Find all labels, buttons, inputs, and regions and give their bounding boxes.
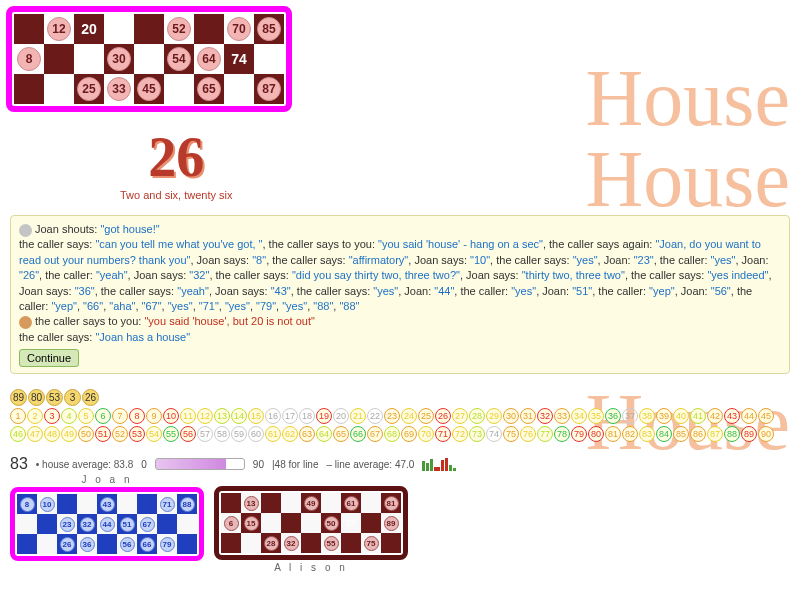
joan-card[interactable]: 81043718823324451672636566679 <box>17 494 197 554</box>
board-num-49: 49 <box>61 426 77 442</box>
board-num-12: 12 <box>197 408 213 424</box>
board-num-48: 48 <box>44 426 60 442</box>
board-num-40: 40 <box>673 408 689 424</box>
card-cell[interactable]: 33 <box>104 74 134 104</box>
card-cell[interactable]: 87 <box>254 74 284 104</box>
board-num-63: 63 <box>299 426 315 442</box>
current-call-text: Two and six, twenty six <box>120 189 233 201</box>
board-num-17: 17 <box>282 408 298 424</box>
card-cell[interactable]: 70 <box>224 14 254 44</box>
board-num-29: 29 <box>486 408 502 424</box>
card-cell[interactable] <box>224 74 254 104</box>
board-num-73: 73 <box>469 426 485 442</box>
board-num-32: 32 <box>537 408 553 424</box>
board-num-66: 66 <box>350 426 366 442</box>
card-cell[interactable]: 25 <box>74 74 104 104</box>
board-num-86: 86 <box>690 426 706 442</box>
board-num-60: 60 <box>248 426 264 442</box>
board-num-39: 39 <box>656 408 672 424</box>
card-cell[interactable]: 54 <box>164 44 194 74</box>
stats-bar: 83 • house average: 83.8 0 90 |48 for li… <box>10 455 456 473</box>
player-name-alison: A l i s o n <box>214 562 408 573</box>
card-cell[interactable] <box>164 74 194 104</box>
sparkline-icon <box>422 457 456 471</box>
board-num-31: 31 <box>520 408 536 424</box>
board-num-28: 28 <box>469 408 485 424</box>
board-num-35: 35 <box>588 408 604 424</box>
player-card-main[interactable]: 12205270858305464742533456587 <box>6 6 292 112</box>
card-cell[interactable]: 12 <box>44 14 74 44</box>
card-cell[interactable]: 74 <box>224 44 254 74</box>
card-cell[interactable] <box>44 44 74 74</box>
progress-bar <box>155 458 245 470</box>
board-num-72: 72 <box>452 426 468 442</box>
board-num-30: 30 <box>503 408 519 424</box>
board-num-56: 56 <box>180 426 196 442</box>
board-num-76: 76 <box>520 426 536 442</box>
board-num-27: 27 <box>452 408 468 424</box>
board-num-84: 84 <box>656 426 672 442</box>
board-num-53: 53 <box>129 426 145 442</box>
continue-button[interactable]: Continue <box>19 349 79 367</box>
board-num-64: 64 <box>316 426 332 442</box>
opponent-cards: J o a n 81043718823324451672636566679 13… <box>10 472 408 575</box>
board-num-19: 19 <box>316 408 332 424</box>
board-num-88: 88 <box>724 426 740 442</box>
card-cell[interactable]: 8 <box>14 44 44 74</box>
card-cell[interactable] <box>14 74 44 104</box>
board-num-26: 26 <box>435 408 451 424</box>
board-num-18: 18 <box>299 408 315 424</box>
card-cell[interactable]: 65 <box>194 74 224 104</box>
board-num-62: 62 <box>282 426 298 442</box>
board-num-3: 3 <box>44 408 60 424</box>
board-num-34: 34 <box>571 408 587 424</box>
card-cell[interactable] <box>134 14 164 44</box>
board-num-79: 79 <box>571 426 587 442</box>
board-num-43: 43 <box>724 408 740 424</box>
card-cell[interactable]: 45 <box>134 74 164 104</box>
board-num-11: 11 <box>180 408 196 424</box>
card-cell[interactable]: 52 <box>164 14 194 44</box>
card-cell[interactable] <box>104 14 134 44</box>
board-num-65: 65 <box>333 426 349 442</box>
board-num-2: 2 <box>27 408 43 424</box>
card-cell[interactable] <box>44 74 74 104</box>
board-num-81: 81 <box>605 426 621 442</box>
board-num-83: 83 <box>639 426 655 442</box>
board-num-10: 10 <box>163 408 179 424</box>
board-num-58: 58 <box>214 426 230 442</box>
card-cell[interactable]: 85 <box>254 14 284 44</box>
board-num-8: 8 <box>129 408 145 424</box>
card-cell[interactable] <box>14 14 44 44</box>
board-num-57: 57 <box>197 426 213 442</box>
board-num-61: 61 <box>265 426 281 442</box>
board-num-20: 20 <box>333 408 349 424</box>
board-num-68: 68 <box>384 426 400 442</box>
board-num-22: 22 <box>367 408 383 424</box>
board-num-82: 82 <box>622 426 638 442</box>
board-num-45: 45 <box>758 408 774 424</box>
board-num-6: 6 <box>95 408 111 424</box>
card-cell[interactable] <box>254 44 284 74</box>
number-board: 1234567891011121314151617181920212223242… <box>10 407 790 443</box>
board-num-69: 69 <box>401 426 417 442</box>
board-num-38: 38 <box>639 408 655 424</box>
card-cell[interactable]: 20 <box>74 14 104 44</box>
board-num-85: 85 <box>673 426 689 442</box>
board-num-46: 46 <box>10 426 26 442</box>
card-cell[interactable]: 30 <box>104 44 134 74</box>
board-num-44: 44 <box>741 408 757 424</box>
board-num-52: 52 <box>112 426 128 442</box>
board-num-24: 24 <box>401 408 417 424</box>
card-cell[interactable]: 64 <box>194 44 224 74</box>
card-cell[interactable] <box>194 14 224 44</box>
face-icon <box>19 224 32 237</box>
board-num-47: 47 <box>27 426 43 442</box>
card-cell[interactable] <box>134 44 164 74</box>
card-cell[interactable] <box>74 44 104 74</box>
board-num-87: 87 <box>707 426 723 442</box>
board-num-5: 5 <box>78 408 94 424</box>
board-num-1: 1 <box>10 408 26 424</box>
board-num-21: 21 <box>350 408 366 424</box>
alison-card[interactable]: 1349618161550598928325575 <box>221 493 401 553</box>
